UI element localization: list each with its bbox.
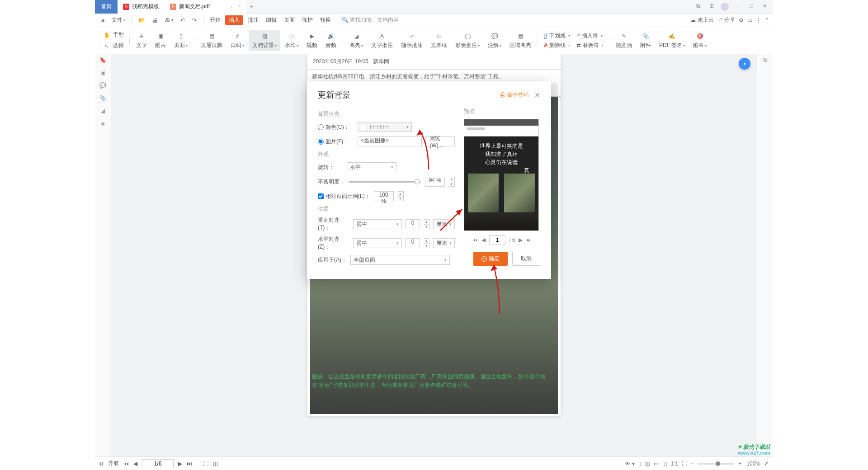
rb-areahl[interactable]: ▦区域高亮 [506,30,535,51]
apps-icon[interactable]: ⊞ [707,3,716,11]
file-menu[interactable]: 文件 ▾ [109,15,128,25]
rotate-combo[interactable]: 水平▾ [347,162,396,172]
sb-fit-icon[interactable]: ⛶ [203,461,208,467]
browse-button[interactable]: 浏览(W)... [425,136,455,146]
save-icon[interactable]: 🖨 [150,16,160,25]
settings-icon[interactable]: ⚙ [739,17,744,24]
layout-icon[interactable]: ⧉ [693,3,703,11]
select-tool[interactable]: ↖选择 [99,41,127,52]
scale-checkbox[interactable]: 相对页面比例(L)： [318,193,370,200]
open-icon[interactable]: 📂 [136,16,148,25]
rb-textbox[interactable]: ▭文本框 [427,30,451,51]
rb-replace[interactable]: ⇄ 替换符▾ [574,41,606,50]
attachments-icon[interactable]: 📎 [99,95,106,101]
sb-page-input[interactable] [142,459,174,468]
sb-eye-icon[interactable]: 👁 ▾ [625,461,634,467]
rb-underline[interactable]: U̲ 下划线▾ [541,31,573,41]
sb-zoom-value[interactable]: 100% [746,461,760,467]
rb-header[interactable]: ▤页眉页脚 [197,30,226,51]
undo-icon[interactable]: ↶ [178,16,188,25]
tab-add[interactable]: ＋ [246,3,257,10]
tab-convert[interactable]: 转换 [317,15,334,25]
hunit-combo[interactable]: 厘米▾ [433,238,455,248]
search-input[interactable]: 🔍 查找功能、文档内容 [342,16,399,24]
rb-watermark[interactable]: ◌水印▾ [281,30,302,51]
hoffset[interactable]: 0 [406,238,420,248]
rb-pagenum[interactable]: #页码▾ [227,30,248,51]
vunit-combo[interactable]: 厘米▾ [433,219,455,229]
sb-view1-icon[interactable]: ▯ [638,461,642,467]
valign-combo[interactable]: 居中▾ [353,219,402,229]
opacity-slider[interactable] [349,181,421,183]
maximize-icon[interactable]: □ [747,3,756,11]
sb-last-icon[interactable]: ⏭ [187,461,192,467]
page-first-icon[interactable]: ⏮ [472,237,478,243]
tab-page[interactable]: 页面 [281,15,297,25]
page-next-icon[interactable]: ▶ [519,237,523,243]
tab-insert[interactable]: 插入 [225,15,243,25]
tab-home[interactable]: 首页 [95,0,118,14]
rb-video[interactable]: ▶视频 [303,30,321,51]
tab-dot-icon[interactable]: • [239,4,241,10]
page-prev-icon[interactable]: ◀ [481,237,486,243]
sb-view4-icon[interactable]: ◫ [662,461,667,467]
radio-image[interactable]: 图片(F)： [318,138,354,146]
tab-edit[interactable]: 编辑 [263,15,279,25]
opacity-spinner[interactable]: ▲▼ [448,177,455,187]
ok-button[interactable]: ✓确定 [473,252,508,266]
avatar-icon[interactable] [721,3,729,11]
rb-shape[interactable]: ◯形状批注▾ [452,30,483,51]
page-input[interactable] [489,235,505,244]
sb-fit2-icon[interactable]: ◫ [213,461,218,467]
apply-combo[interactable]: 全部页面▾ [350,255,450,265]
radio-color[interactable]: 颜色(C)： [318,123,354,131]
halign-combo[interactable]: 居中▾ [353,238,402,248]
image-path[interactable]: <当前图像> [358,136,422,146]
more-icon[interactable]: ⋮ [756,17,761,24]
hand-tool[interactable]: ✋手型 [99,30,127,41]
tab-menu-icon[interactable]: ▫ [231,4,232,10]
hoffset-spin[interactable]: ▲▼ [424,238,429,248]
sb-zoom-in[interactable]: ＋ [737,460,743,467]
thumbnail-icon[interactable]: ▣ [100,70,105,76]
panel-toggle-icon[interactable]: ⧉ [763,57,767,63]
layers-icon[interactable]: ◢ [101,108,105,114]
rb-attach[interactable]: 📎附件 [637,30,655,51]
cloud-status[interactable]: ☁ 未上云 [690,16,713,24]
sb-panel-icon[interactable]: ⧉ [99,461,104,467]
rb-page[interactable]: ▯页面▾ [170,30,191,51]
rb-strike[interactable]: A̶ 删除线▾ [541,41,573,50]
rb-stamp[interactable]: 🎯图章▾ [689,30,710,51]
scale-spinner[interactable]: ▲▼ [397,191,404,201]
share-button[interactable]: ↗ 分享 [717,16,735,24]
zoom-slider[interactable] [698,463,734,465]
voffset-spin[interactable]: ▲▼ [424,219,429,229]
tips-link[interactable]: ▶操作技巧 [500,91,529,99]
rb-image[interactable]: ▣图片 [151,30,170,51]
layers2-icon[interactable]: ◈ [101,120,105,127]
page-last-icon[interactable]: ⏭ [526,237,532,243]
comments-icon[interactable]: 💬 [99,82,106,89]
feedback-icon[interactable]: ▭ [747,17,752,24]
sb-prev-icon[interactable]: ◀ [133,461,137,467]
voffset[interactable]: 0 [406,219,420,229]
close-icon[interactable]: ✕ [760,3,769,11]
minimize-icon[interactable]: — [733,3,742,11]
sb-first-icon[interactable]: ⏮ [123,461,129,467]
tab-start[interactable]: 开始 [207,15,223,25]
sb-nav[interactable]: 导航 [108,460,119,467]
tab-templates[interactable]: D 找稻壳模板 [118,0,165,14]
sb-next-icon[interactable]: ▶ [178,461,182,467]
print-icon[interactable]: 🖶 ▾ [162,16,176,25]
sb-expand-icon[interactable]: ⤢ [764,461,769,467]
sb-zoom-out[interactable]: − [691,461,694,467]
tab-annotate[interactable]: 批注 [245,15,261,25]
rb-insertmark[interactable]: ^ 插入符▾ [574,31,606,41]
dialog-close[interactable]: ✕ [534,91,540,99]
rb-textannot[interactable]: A̲文字批注 [368,30,396,51]
bookmark-icon[interactable]: 🔖 [99,57,106,63]
tab-document[interactable]: P 新闻文档.pdf ▫ • [165,0,246,14]
rb-pointannot[interactable]: ↗指示批注 [397,30,426,51]
scale-value[interactable]: 100 % [374,191,394,201]
cancel-button[interactable]: 取消 [512,252,540,266]
